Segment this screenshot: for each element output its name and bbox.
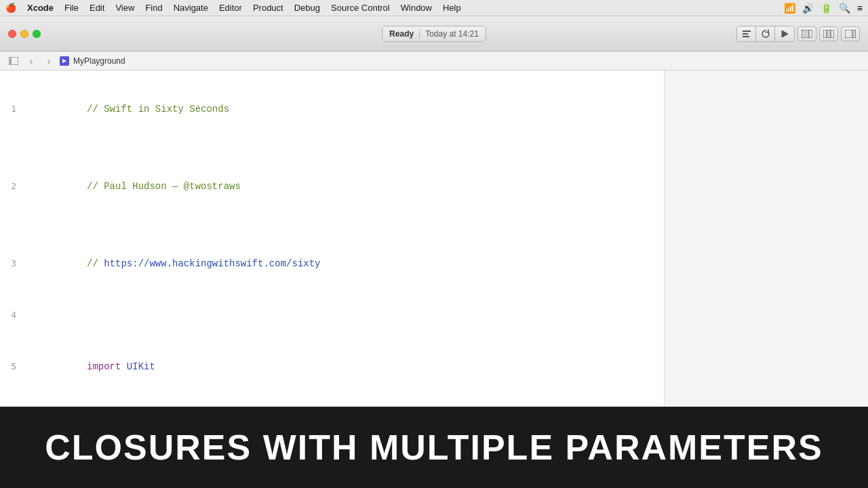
menu-navigate[interactable]: Navigate xyxy=(174,3,208,13)
line-content-1: // Swift in Sixty Seconds xyxy=(27,70,664,148)
code-line-2[interactable]: 2 // Paul Hudson — @twostraws xyxy=(0,148,664,225)
results-sidebar xyxy=(665,70,868,407)
menu-source-control[interactable]: Source Control xyxy=(331,3,390,13)
align-left-button[interactable] xyxy=(737,26,756,41)
code-line-6[interactable]: 6 xyxy=(0,405,664,407)
line-number-4: 4 xyxy=(0,302,27,328)
line-number-2: 2 xyxy=(0,174,27,199)
status-badge: Ready Today at 14:21 xyxy=(382,26,486,42)
breadcrumb-bar: ‹ › MyPlayground xyxy=(0,52,868,70)
status-ready-label: Ready xyxy=(389,29,414,39)
menu-xcode[interactable]: Xcode xyxy=(27,3,54,13)
menubar: 🍎 Xcode File Edit View Find Navigate Edi… xyxy=(0,0,868,16)
svg-rect-1 xyxy=(743,33,748,35)
code-line-3[interactable]: 3 // https://www.hackingwithswift.com/si… xyxy=(0,225,664,302)
line-content-5: import UIKit xyxy=(27,328,664,405)
overlay-title: CLOSURES WITH MULTIPLE PARAMETERS xyxy=(45,427,823,468)
close-button[interactable] xyxy=(8,30,16,38)
menu-find[interactable]: Find xyxy=(145,3,162,13)
svg-marker-11 xyxy=(62,59,66,63)
status-time-label: Today at 14:21 xyxy=(425,29,479,39)
menu-product[interactable]: Product xyxy=(253,3,283,13)
toolbar: Ready Today at 14:21 xyxy=(0,16,868,52)
menu-help[interactable]: Help xyxy=(443,3,461,13)
wifi-icon: 📶 xyxy=(784,3,795,14)
svg-rect-6 xyxy=(827,30,831,38)
playground-icon xyxy=(60,56,69,66)
run-button[interactable] xyxy=(775,26,794,41)
code-area[interactable]: 1 // Swift in Sixty Seconds 2 // Paul Hu… xyxy=(0,70,664,407)
window-controls xyxy=(8,30,41,38)
inspector-button[interactable] xyxy=(841,26,860,41)
canvas-button[interactable] xyxy=(819,26,838,41)
code-line-5[interactable]: 5 import UIKit xyxy=(0,328,664,405)
code-editor[interactable]: 1 // Swift in Sixty Seconds 2 // Paul Hu… xyxy=(0,70,665,407)
editor-layout-buttons xyxy=(736,26,795,42)
line-number-3: 3 xyxy=(0,251,27,277)
refresh-button[interactable] xyxy=(756,26,775,41)
svg-rect-4 xyxy=(802,30,809,38)
svg-rect-2 xyxy=(743,36,749,37)
navigate-forward-button[interactable]: › xyxy=(42,55,56,67)
menu-edit[interactable]: Edit xyxy=(90,3,104,13)
menu-debug[interactable]: Debug xyxy=(294,3,320,13)
svg-rect-10 xyxy=(9,57,12,65)
line-number-6: 6 xyxy=(0,405,27,407)
maximize-button[interactable] xyxy=(33,30,41,38)
toolbar-right xyxy=(736,26,860,42)
battery-icon: 🔋 xyxy=(821,3,832,14)
svg-rect-0 xyxy=(743,30,751,32)
breadcrumb-playground-name[interactable]: MyPlayground xyxy=(73,56,125,66)
apple-menu[interactable]: 🍎 xyxy=(5,3,16,13)
control-icon[interactable]: ≡ xyxy=(857,3,863,14)
bottom-overlay: CLOSURES WITH MULTIPLE PARAMETERS xyxy=(0,407,868,488)
search-icon[interactable]: 🔍 xyxy=(839,3,850,14)
menu-view[interactable]: View xyxy=(115,3,134,13)
menu-file[interactable]: File xyxy=(64,3,79,13)
volume-icon: 🔊 xyxy=(802,3,814,14)
code-line-1[interactable]: 1 // Swift in Sixty Seconds xyxy=(0,70,664,148)
line-content-2: // Paul Hudson — @twostraws xyxy=(27,148,664,225)
status-divider xyxy=(419,29,420,39)
editor-container: 1 // Swift in Sixty Seconds 2 // Paul Hu… xyxy=(0,70,868,407)
code-line-4[interactable]: 4 xyxy=(0,302,664,328)
menu-window[interactable]: Window xyxy=(401,3,432,13)
line-number-5: 5 xyxy=(0,354,27,380)
line-content-3: // https://www.hackingwithswift.com/sixt… xyxy=(27,225,664,302)
line-number-1: 1 xyxy=(0,96,27,122)
panel-toggle-button[interactable] xyxy=(797,26,816,41)
svg-rect-8 xyxy=(852,30,856,38)
minimize-button[interactable] xyxy=(20,30,28,38)
navigator-toggle-button[interactable] xyxy=(7,55,20,67)
navigate-back-button[interactable]: ‹ xyxy=(24,55,38,67)
menu-editor[interactable]: Editor xyxy=(219,3,242,13)
